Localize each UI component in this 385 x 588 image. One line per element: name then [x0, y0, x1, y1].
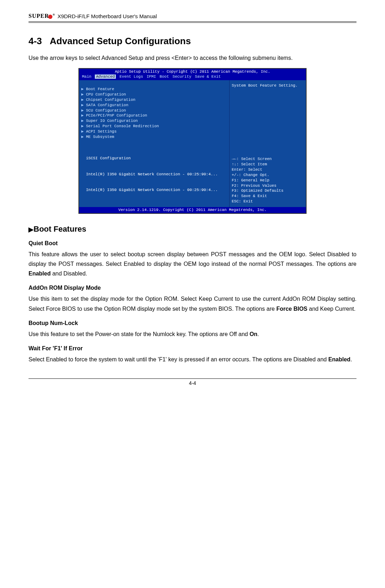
- triangle-icon: ▶: [81, 124, 86, 128]
- bios-item: ▶ PCIe/PCI/PnP Configuration: [81, 113, 227, 118]
- feature-body: Select Enabled to force the system to wa…: [29, 355, 356, 364]
- feature-body: Use this item to set the display mode fo…: [29, 294, 356, 313]
- section-title: Advanced Setup Configurations: [50, 36, 191, 46]
- bios-tab-main: Main: [82, 74, 91, 79]
- bios-subitem: Intel(R) I350 Gigabit Network Connection…: [81, 172, 227, 177]
- brand-logo: SUPER®: [29, 13, 55, 19]
- bios-tab-eventlogs: Event Logs: [119, 74, 143, 79]
- bios-item: ▶ SCU Configuration: [81, 108, 227, 113]
- bios-item: ▶ SATA Configuration: [81, 103, 227, 108]
- bios-subitem: iSCSI Configuration: [81, 156, 227, 161]
- page-header: SUPER® X9DRD-iF/LF Motherboard User's Ma…: [29, 11, 356, 23]
- bios-item: ▶ Boot Feature: [81, 87, 227, 92]
- bios-footer: Version 2.14.1219. Copyright (C) 2011 Am…: [79, 207, 306, 213]
- bios-item: ▶ CPU Configuration: [81, 92, 227, 97]
- section-number: 4-3: [29, 36, 42, 46]
- bios-tab-security: Security: [173, 74, 191, 79]
- triangle-icon: ▶: [29, 226, 34, 233]
- bios-left-pane: ▶ Boot Feature ▶ CPU Configuration ▶ Chi…: [79, 80, 229, 207]
- header-title: X9DRD-iF/LF Motherboard User's Manual: [57, 13, 157, 19]
- page-number: 4-4: [29, 380, 356, 386]
- bios-tab-boot: Boot: [160, 74, 169, 79]
- triangle-icon: ▶: [81, 135, 86, 139]
- bios-item: ▶ ACPI Settings: [81, 129, 227, 134]
- bios-right-pane: System Boot Feature Setting. →←: Select …: [229, 80, 306, 207]
- bios-tab-advanced: Advanced: [95, 74, 116, 79]
- triangle-icon: ▶: [81, 129, 86, 134]
- bios-subitem: Intel(R) I350 Gigabit Network Connection…: [81, 187, 227, 193]
- bios-tab-saveexit: Save & Exit: [195, 74, 221, 79]
- section-heading: 4-3Advanced Setup Configurations: [29, 36, 356, 47]
- triangle-icon: ▶: [81, 119, 86, 123]
- feature-body: Use this feature to set the Power-on sta…: [29, 329, 356, 339]
- triangle-icon: ▶: [81, 92, 86, 97]
- feature-heading: Wait For 'F1' If Error: [29, 345, 356, 352]
- subsection-heading: ▶Boot Features: [29, 225, 356, 234]
- section-intro: Use the arrow keys to select Advanced Se…: [29, 53, 356, 63]
- triangle-icon: ▶: [81, 113, 86, 118]
- bios-item: ▶ Chipset Configuration: [81, 97, 227, 103]
- triangle-icon: ▶: [81, 103, 86, 107]
- bios-body: ▶ Boot Feature ▶ CPU Configuration ▶ Chi…: [79, 80, 306, 207]
- triangle-icon: ▶: [81, 108, 86, 113]
- feature-heading: Bootup Num-Lock: [29, 320, 356, 326]
- bios-menu-bar: MainAdvancedEvent LogsIPMIBootSecuritySa…: [79, 74, 306, 80]
- footer-rule: [29, 378, 356, 379]
- bios-item: ▶ ME Subsystem: [81, 134, 227, 140]
- feature-heading: AddOn ROM Display Mode: [29, 285, 356, 291]
- feature-body: This feature allows the user to select b…: [29, 249, 356, 279]
- triangle-icon: ▶: [81, 87, 86, 91]
- bios-tab-ipmi: IPMI: [147, 74, 156, 79]
- bios-item: ▶ Super IO Configuration: [81, 118, 227, 124]
- bios-item: ▶ Serial Port Console Redirection: [81, 124, 227, 129]
- bios-help-text: System Boot Feature Setting.: [232, 83, 304, 156]
- triangle-icon: ▶: [81, 98, 86, 102]
- bios-key-legend: →←: Select Screen ↑↓: Select Item Enter:…: [232, 156, 304, 204]
- feature-heading: Quiet Boot: [29, 240, 356, 247]
- brand-dot-icon: [48, 15, 52, 19]
- bios-screenshot: Aptio Setup Utility - Copyright (C) 2011…: [78, 68, 307, 214]
- bios-title: Aptio Setup Utility - Copyright (C) 2011…: [79, 69, 306, 74]
